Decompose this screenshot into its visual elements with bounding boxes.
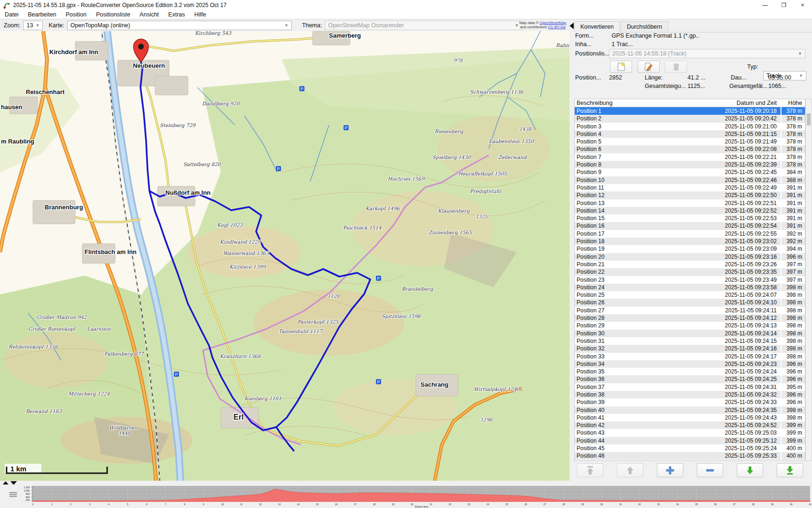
table-row[interactable]: Position 232025-11-05 09:23:49397 m: [575, 276, 805, 284]
window-title: 2025-11-05 14.55.18.gpx - RouteConverter…: [13, 2, 226, 8]
svg-text:P: P: [377, 380, 380, 384]
x-tick-label: 20: [411, 503, 414, 506]
svg-text:P: P: [175, 372, 178, 377]
menu-bearbeiten[interactable]: Bearbeiten: [23, 10, 61, 19]
table-row[interactable]: Position 362025-11-05 09:24:25396 m: [575, 375, 805, 383]
menu-ansicht[interactable]: Ansicht: [135, 10, 164, 19]
edit-positionlist-button[interactable]: [638, 61, 660, 73]
remove-position-button[interactable]: [697, 463, 723, 477]
menu-extras[interactable]: Extras: [164, 10, 189, 19]
table-row[interactable]: Position 252025-11-05 09:24:07398 m: [575, 291, 805, 299]
map-label: Predigtstuhl: [470, 188, 501, 194]
table-row[interactable]: Position 102025-11-05 09:22:46388 m: [575, 176, 805, 184]
table-row[interactable]: Position 282025-11-05 09:24:12398 m: [575, 314, 805, 322]
close-button[interactable]: ×: [793, 0, 812, 10]
license-link[interactable]: CC-BY-SA: [548, 25, 566, 29]
table-row[interactable]: Position 412025-11-05 09:24:43398 m: [575, 414, 805, 421]
profile-settings-icon[interactable]: [9, 492, 17, 497]
menu-hilfe[interactable]: Hilfe: [190, 10, 211, 19]
openstreetmap-link[interactable]: OpenStreetMap: [540, 21, 566, 25]
elevation-profile-chart[interactable]: 0123456789101112131415161718192021222324…: [0, 484, 812, 508]
table-row[interactable]: Position 192025-11-05 09:23:09394 m: [575, 245, 805, 253]
x-tick-label: 17: [354, 503, 357, 506]
positions-table-header[interactable]: Beschreibung Datum und Zeit Höhe: [574, 99, 805, 107]
x-tick-label: 4: [108, 503, 109, 506]
scrollbar-thumb[interactable]: [807, 113, 811, 126]
table-row[interactable]: Position 32025-11-05 09:21:00378 m: [575, 123, 805, 130]
table-row[interactable]: Position 112025-11-05 09:22:49391 m: [575, 184, 805, 191]
table-row[interactable]: Position 212025-11-05 09:23:26397 m: [575, 261, 805, 268]
table-row[interactable]: Position 262025-11-05 09:24:10398 m: [575, 299, 805, 306]
table-row[interactable]: Position 122025-11-05 09:22:50391 m: [575, 191, 805, 199]
table-row[interactable]: Position 72025-11-05 09:22:21378 m: [575, 153, 805, 161]
table-row[interactable]: Position 22025-11-05 09:20:42378 m: [575, 115, 805, 122]
move-down-button[interactable]: [737, 463, 763, 477]
table-row[interactable]: Position 142025-11-05 09:22:52391 m: [575, 207, 805, 214]
move-up-button[interactable]: [617, 463, 643, 477]
table-row[interactable]: Position 422025-11-05 09:24:52399 m: [575, 421, 805, 429]
table-scrollbar[interactable]: [805, 99, 812, 461]
table-row[interactable]: Position 292025-11-05 09:24:13398 m: [575, 322, 805, 329]
table-row[interactable]: Position 442025-11-05 09:25:12399 m: [575, 437, 805, 444]
table-row[interactable]: Position 132025-11-05 09:22:51391 m: [575, 199, 805, 207]
table-row[interactable]: Position 302025-11-05 09:24:14398 m: [575, 330, 805, 337]
column-beschreibung[interactable]: Beschreibung: [575, 100, 705, 106]
table-row[interactable]: Position 242025-11-05 09:23:58398 m: [575, 284, 805, 291]
column-hoehe[interactable]: Höhe: [781, 100, 805, 106]
menu-positionsliste[interactable]: Positionsliste: [91, 10, 135, 19]
positionlist-select[interactable]: 2025-11-05 14:55:18 (Track)▼: [609, 49, 805, 58]
table-row[interactable]: Position 12025-11-05 09:20:18378 m: [575, 107, 805, 115]
tab-konvertieren[interactable]: Konvertieren: [574, 21, 620, 32]
table-row[interactable]: Position 182025-11-05 09:23:02392 m: [575, 238, 805, 245]
title-bar: 2025-11-05 14.55.18.gpx - RouteConverter…: [0, 0, 812, 10]
table-row[interactable]: Position 382025-11-05 09:24:32396 m: [575, 391, 805, 398]
thema-label: Thema:: [302, 22, 322, 29]
table-row[interactable]: Position 452025-11-05 09:25:24400 m: [575, 444, 805, 452]
table-row[interactable]: Position 402025-11-05 09:24:35398 m: [575, 406, 805, 414]
table-row[interactable]: Position 462025-11-05 09:25:33400 m: [575, 452, 805, 460]
add-position-button[interactable]: [657, 463, 683, 477]
length-label: Länge:: [645, 74, 663, 81]
table-row[interactable]: Position 62025-11-05 09:22:08378 m: [575, 145, 805, 153]
table-row[interactable]: Position 312025-11-05 09:24:15398 m: [575, 337, 805, 345]
new-document-icon: [617, 63, 625, 71]
table-row[interactable]: Position 372025-11-05 09:24:31395 m: [575, 383, 805, 391]
table-row[interactable]: Position 332025-11-05 09:24:17398 m: [575, 353, 805, 360]
collapse-left-icon[interactable]: [570, 23, 574, 29]
new-positionlist-button[interactable]: [610, 61, 632, 73]
maximize-button[interactable]: ❐: [774, 0, 793, 10]
map-label: hausen: [1, 103, 23, 111]
table-row[interactable]: Position 172025-11-05 09:22:55392 m: [575, 230, 805, 238]
table-row[interactable]: Position 272025-11-05 09:24:11398 m: [575, 307, 805, 314]
table-row[interactable]: Position 202025-11-05 09:23:16396 m: [575, 253, 805, 261]
zoom-select[interactable]: 13▼: [23, 21, 43, 30]
table-row[interactable]: Position 432025-11-05 09:25:03399 m: [575, 429, 805, 437]
table-row[interactable]: Position 472025-11-05 09:25:42400 m: [575, 460, 805, 461]
table-row[interactable]: Position 322025-11-05 09:24:16398 m: [575, 345, 805, 352]
table-row[interactable]: Position 222025-11-05 09:23:35397 m: [575, 268, 805, 276]
move-to-bottom-button[interactable]: [777, 463, 803, 477]
table-row[interactable]: Position 392025-11-05 09:24:33396 m: [575, 398, 805, 406]
delete-positionlist-button[interactable]: [665, 61, 687, 73]
theme-select[interactable]: OpenStreetMap Osmarender▼: [325, 21, 522, 30]
table-row[interactable]: Position 42025-11-05 09:21:15378 m: [575, 130, 805, 138]
table-row[interactable]: Position 52025-11-05 09:21:49378 m: [575, 138, 805, 145]
type-label: Typ:: [747, 64, 758, 70]
table-row[interactable]: Position 92025-11-05 09:22:45384 m: [575, 168, 805, 176]
table-row[interactable]: Position 162025-11-05 09:22:54391 m: [575, 222, 805, 230]
positions-table[interactable]: Position 12025-11-05 09:20:18378 mPositi…: [574, 107, 805, 461]
table-row[interactable]: Position 342025-11-05 09:24:23396 m: [575, 360, 805, 368]
minimize-button[interactable]: —: [756, 0, 774, 10]
map-label: Hochries 1569: [388, 176, 425, 182]
map-view[interactable]: P P P P P P Kirchdorf am InnNeubeuernRei…: [0, 31, 570, 481]
table-row[interactable]: Position 352025-11-05 09:24:24396 m: [575, 368, 805, 375]
column-datum-und-zeit[interactable]: Datum und Zeit: [705, 100, 781, 106]
menu-position[interactable]: Position: [61, 10, 91, 19]
map-label: Brandelberg: [402, 286, 434, 292]
move-to-top-button[interactable]: [577, 463, 603, 477]
tab-durchstoebern[interactable]: Durchstöbern: [621, 21, 668, 32]
menu-datei[interactable]: Datei: [0, 10, 23, 19]
table-row[interactable]: Position 82025-11-05 09:22:39378 m: [575, 161, 805, 168]
map-select[interactable]: OpenTopoMap (online)▼: [67, 21, 292, 30]
table-row[interactable]: Position 152025-11-05 09:22:53391 m: [575, 214, 805, 222]
